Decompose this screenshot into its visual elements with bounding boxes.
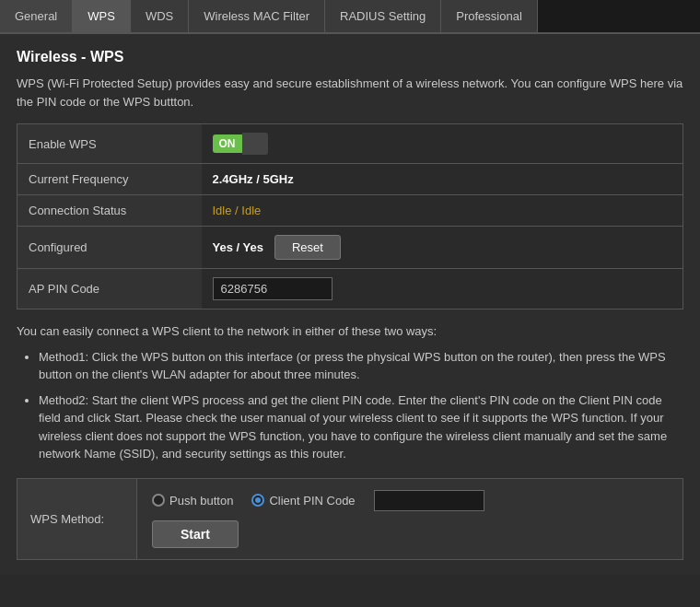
client-pin-radio-circle [251,494,264,507]
enable-wps-label: Enable WPS [18,124,202,164]
start-button[interactable]: Start [152,520,239,548]
wps-method-inner: WPS Method: Push button Client PIN Code … [18,479,682,559]
configured-row: Configured Yes / Yes Reset [18,227,683,269]
reset-button[interactable]: Reset [274,235,341,260]
frequency-row: Current Frequency 2.4GHz / 5GHz [18,164,683,195]
tab-mac-filter[interactable]: Wireless MAC Filter [189,0,325,32]
configured-value: Yes / Yes [213,240,263,254]
frequency-label: Current Frequency [18,164,202,195]
tab-wds[interactable]: WDS [131,0,189,32]
wps-method-section: WPS Method: Push button Client PIN Code … [17,478,683,560]
toggle-on-label: ON [213,134,242,153]
frequency-value: 2.4GHz / 5GHz [213,172,294,186]
frequency-cell: 2.4GHz / 5GHz [202,164,683,195]
instructions-list: Method1: Click the WPS button on this in… [17,348,683,463]
client-pin-radio-label: Client PIN Code [269,494,355,508]
tab-general[interactable]: General [0,0,73,32]
configured-label: Configured [18,227,202,269]
client-pin-input[interactable] [374,490,484,511]
pin-cell [202,269,683,309]
page-description: WPS (Wi-Fi Protected Setup) provides eas… [17,75,683,111]
push-button-label: Push button [169,494,233,508]
page-title: Wireless - WPS [17,49,683,65]
tab-bar: General WPS WDS Wireless MAC Filter RADI… [0,0,700,34]
tab-wps[interactable]: WPS [73,0,131,32]
method2-item: Method2: Start the client WPS process an… [39,391,683,463]
ap-pin-input[interactable] [213,277,332,300]
enable-wps-toggle[interactable]: ON [213,133,672,155]
radio-row: Push button Client PIN Code [152,490,484,511]
connection-status: Idle / Idle [213,204,262,217]
wps-method-controls: Push button Client PIN Code Start [137,479,499,559]
push-button-radio-circle [152,494,165,507]
enable-wps-cell: ON [202,124,683,164]
method1-item: Method1: Click the WPS button on this in… [39,348,683,384]
connection-row: Connection Status Idle / Idle [18,195,683,227]
pin-label: AP PIN Code [18,269,202,309]
tab-radius[interactable]: RADIUS Setting [325,0,441,32]
instructions-section: You can easily connect a WPS client to t… [17,322,683,463]
tab-professional[interactable]: Professional [441,0,538,32]
toggle-off-part [242,133,268,155]
wps-method-label: WPS Method: [18,479,137,559]
pin-row: AP PIN Code [18,269,683,309]
settings-table: Enable WPS ON Current Frequency 2.4GHz /… [17,123,683,309]
connection-cell: Idle / Idle [202,195,683,227]
instructions-intro: You can easily connect a WPS client to t… [17,322,683,341]
enable-wps-row: Enable WPS ON [18,124,683,164]
configured-cell: Yes / Yes Reset [202,227,683,269]
push-button-radio[interactable]: Push button [152,494,233,508]
client-pin-radio[interactable]: Client PIN Code [251,494,355,508]
main-content: Wireless - WPS WPS (Wi-Fi Protected Setu… [0,34,700,575]
connection-label: Connection Status [18,195,202,227]
